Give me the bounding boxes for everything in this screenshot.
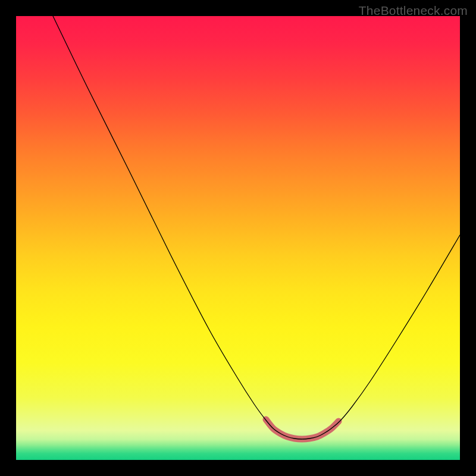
chart-svg [16, 16, 460, 460]
plot-area [16, 16, 460, 460]
gradient-background [16, 16, 460, 460]
chart-frame: TheBottleneck.com [0, 0, 476, 476]
watermark-text: TheBottleneck.com [359, 4, 468, 18]
